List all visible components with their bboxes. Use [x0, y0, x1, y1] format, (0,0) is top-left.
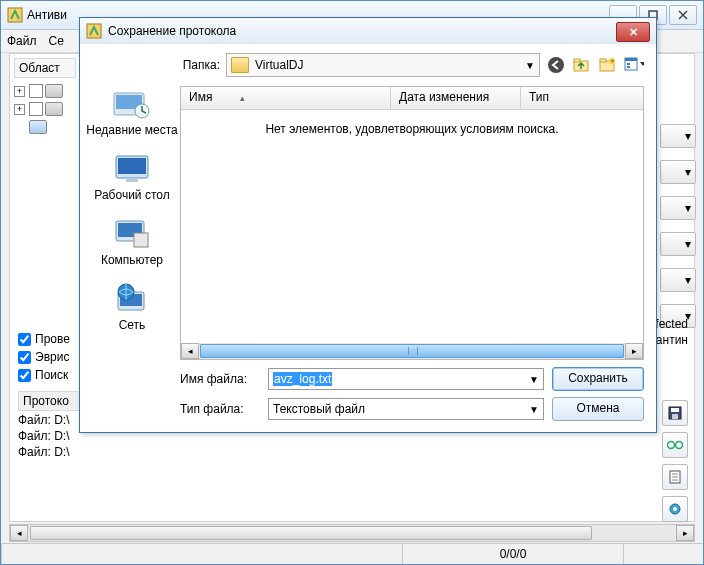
- svg-rect-20: [574, 59, 580, 62]
- checkbox[interactable]: [29, 84, 43, 98]
- settings-icon[interactable]: [662, 496, 688, 522]
- log-line: Файл: D:\: [18, 444, 70, 460]
- view-menu-icon[interactable]: [624, 55, 644, 75]
- folder-icon: [231, 57, 249, 73]
- empty-message: Нет элементов, удовлетворяющих условиям …: [181, 122, 643, 136]
- menu-file[interactable]: Файл: [7, 34, 37, 48]
- dropdown[interactable]: ▾: [660, 268, 696, 292]
- place-label: Рабочий стол: [86, 189, 178, 202]
- checkbox[interactable]: [18, 351, 31, 364]
- scroll-left-icon[interactable]: ◂: [181, 343, 199, 359]
- expand-icon[interactable]: +: [14, 86, 25, 97]
- folder-label: Папка:: [176, 58, 220, 72]
- status-count: 0/0/0: [402, 544, 623, 564]
- file-list[interactable]: Имя Дата изменения Тип Нет элементов, уд…: [180, 86, 644, 360]
- svg-rect-22: [600, 59, 606, 62]
- right-dropdowns: ▾ ▾ ▾ ▾ ▾ ▾: [660, 124, 696, 340]
- up-folder-icon[interactable]: [572, 55, 592, 75]
- tree-item[interactable]: [14, 118, 76, 136]
- place-label: Недавние места: [86, 124, 178, 137]
- check-option[interactable]: Поиск: [18, 366, 70, 384]
- tree-item[interactable]: +: [14, 100, 76, 118]
- filetype-label: Тип файла:: [180, 402, 260, 416]
- svg-rect-34: [126, 178, 138, 182]
- main-window: Антиви Файл Се Област + + Прове Эврис По…: [0, 0, 704, 565]
- checkbox[interactable]: [18, 369, 31, 382]
- dialog-titlebar[interactable]: Сохранение протокола ✕: [80, 18, 656, 45]
- app-icon: [7, 7, 23, 23]
- tree-item[interactable]: +: [14, 82, 76, 100]
- dropdown[interactable]: ▾: [660, 160, 696, 184]
- checkbox[interactable]: [18, 333, 31, 346]
- scroll-thumb[interactable]: [30, 526, 592, 540]
- svg-rect-6: [671, 408, 679, 412]
- column-type[interactable]: Тип: [521, 87, 643, 109]
- place-label: Сеть: [86, 319, 178, 332]
- folder-name: VirtualDJ: [255, 58, 303, 72]
- save-icon[interactable]: [662, 400, 688, 426]
- drive-icon: [45, 84, 63, 98]
- column-date[interactable]: Дата изменения: [391, 87, 521, 109]
- check-option[interactable]: Эврис: [18, 348, 70, 366]
- place-network[interactable]: Сеть: [86, 281, 178, 332]
- dropdown[interactable]: ▾: [660, 196, 696, 220]
- list-header: Имя Дата изменения Тип: [181, 87, 643, 110]
- log-line: Файл: D:\: [18, 428, 70, 444]
- place-computer[interactable]: Компьютер: [86, 216, 178, 267]
- chevron-down-icon[interactable]: ▼: [529, 374, 539, 385]
- list-scrollbar[interactable]: ◂ ▸: [181, 343, 643, 359]
- options-checks: Прове Эврис Поиск: [18, 330, 70, 384]
- dropdown[interactable]: ▾: [660, 124, 696, 148]
- scroll-right-icon[interactable]: ▸: [625, 343, 643, 359]
- place-label: Компьютер: [86, 254, 178, 267]
- svg-rect-26: [625, 58, 637, 61]
- drive-icon: [29, 120, 47, 134]
- status-bar: 0/0/0: [1, 543, 703, 564]
- svg-point-16: [673, 507, 677, 511]
- cancel-button[interactable]: Отмена: [552, 397, 644, 421]
- back-icon[interactable]: [546, 55, 566, 75]
- menu-item[interactable]: Се: [49, 34, 64, 48]
- chevron-down-icon: ▼: [525, 60, 535, 71]
- scroll-left-icon[interactable]: ◂: [10, 525, 28, 541]
- checkbox[interactable]: [29, 102, 43, 116]
- svg-rect-27: [627, 63, 630, 65]
- scan-area-group: Област: [14, 58, 76, 78]
- log-line: Файл: D:\: [18, 412, 70, 428]
- dialog-close-button[interactable]: ✕: [616, 22, 650, 42]
- expand-icon[interactable]: +: [14, 104, 25, 115]
- svg-rect-7: [672, 414, 678, 419]
- svg-point-8: [668, 442, 675, 449]
- filetype-dropdown[interactable]: Текстовый файл ▼: [268, 398, 544, 420]
- new-folder-icon[interactable]: ✦: [598, 55, 618, 75]
- svg-rect-37: [134, 233, 148, 247]
- close-button[interactable]: [669, 5, 697, 25]
- drive-icon: [45, 102, 63, 116]
- scroll-right-icon[interactable]: ▸: [676, 525, 694, 541]
- dialog-title-text: Сохранение протокола: [108, 24, 236, 38]
- glasses-icon[interactable]: [662, 432, 688, 458]
- horizontal-scrollbar[interactable]: ◂ ▸: [9, 524, 695, 542]
- svg-rect-28: [627, 66, 630, 68]
- dropdown[interactable]: ▾: [660, 232, 696, 256]
- check-option[interactable]: Прове: [18, 330, 70, 348]
- app-icon: [86, 23, 102, 39]
- main-title-text: Антиви: [27, 8, 67, 22]
- log-lines: Файл: D:\ Файл: D:\ Файл: D:\: [18, 412, 70, 460]
- column-name[interactable]: Имя: [181, 87, 391, 109]
- filetype-value: Текстовый файл: [273, 402, 365, 416]
- save-button[interactable]: Сохранить: [552, 367, 644, 391]
- status-snippet: fected антин: [655, 316, 688, 348]
- filename-input[interactable]: avz_log.txt ▼: [268, 368, 544, 390]
- places-bar: Недавние места Рабочий стол Компьютер Се…: [86, 86, 178, 346]
- folder-dropdown[interactable]: VirtualDJ ▼: [226, 53, 540, 77]
- filename-label: Имя файла:: [180, 372, 260, 386]
- filename-value: avz_log.txt: [273, 372, 332, 386]
- place-desktop[interactable]: Рабочий стол: [86, 151, 178, 202]
- place-recent[interactable]: Недавние места: [86, 86, 178, 137]
- scroll-thumb[interactable]: [200, 344, 624, 358]
- side-toolbar: [662, 400, 688, 528]
- chevron-down-icon[interactable]: ▼: [529, 404, 539, 415]
- document-icon[interactable]: [662, 464, 688, 490]
- svg-rect-33: [118, 158, 146, 174]
